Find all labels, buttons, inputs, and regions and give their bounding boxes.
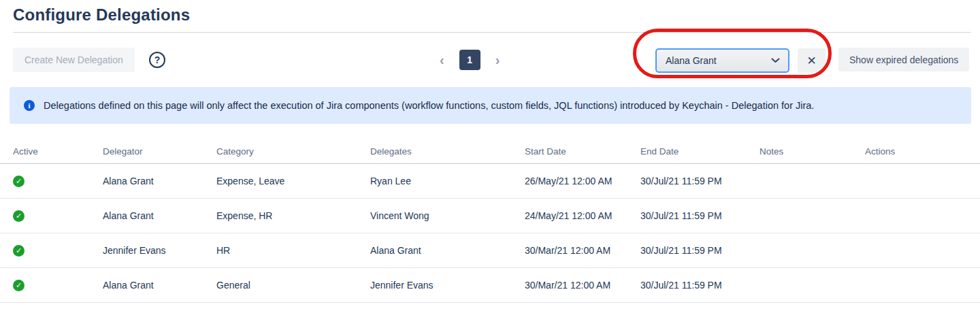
table-row: ✓ Jennifer Evans HR Alana Grant 30/Mar/2… (0, 233, 980, 268)
info-banner: i Delegations defined on this page will … (10, 87, 971, 124)
delegates-cell: Ryan Lee (370, 164, 525, 199)
chevron-down-icon (771, 58, 780, 63)
delegator-cell: Jennifer Evans (103, 233, 216, 268)
next-page-icon[interactable]: › (491, 53, 504, 67)
delegator-filter-select[interactable]: Alana Grant (655, 48, 789, 73)
info-icon-glyph: i (28, 101, 30, 110)
category-cell: Expense, HR (216, 199, 370, 233)
end-date-cell: 30/Jul/21 11:59 PM (640, 164, 760, 199)
info-icon: i (24, 100, 35, 111)
active-check-icon: ✓ (13, 176, 24, 187)
actions-cell (865, 199, 980, 233)
active-check-icon: ✓ (13, 210, 24, 222)
actions-cell (865, 233, 980, 268)
actions-cell (865, 164, 980, 199)
delegates-cell: Jennifer Evans (370, 268, 525, 303)
start-date-cell: 24/May/21 12:00 AM (525, 199, 640, 233)
title-divider (13, 32, 971, 33)
current-page-button[interactable]: 1 (459, 50, 480, 70)
help-icon[interactable]: ? (149, 52, 165, 68)
column-header-start-date: Start Date (525, 140, 640, 164)
help-icon-glyph: ? (154, 54, 161, 65)
start-date-cell: 30/Mar/21 12:00 AM (525, 268, 640, 303)
delegator-filter-value: Alana Grant (666, 55, 717, 66)
notes-cell (760, 164, 865, 199)
pagination: ‹ 1 › (436, 48, 504, 72)
column-header-actions: Actions (865, 140, 980, 164)
end-date-cell: 30/Jul/21 11:59 PM (640, 233, 760, 268)
category-cell: General (216, 268, 370, 303)
column-header-notes: Notes (760, 140, 865, 164)
configure-delegations-page: Configure Delegations Create New Delegat… (0, 0, 980, 311)
end-date-cell: 30/Jul/21 11:59 PM (640, 268, 760, 303)
category-cell: Expense, Leave (216, 164, 370, 199)
column-header-category: Category (216, 140, 370, 164)
delegates-cell: Vincent Wong (370, 199, 525, 233)
delegates-cell: Alana Grant (370, 233, 525, 268)
page-title: Configure Delegations (13, 5, 190, 24)
column-header-end-date: End Date (640, 140, 760, 164)
clear-filter-button[interactable]: ✕ (798, 48, 826, 73)
delegations-table: Active Delegator Category Delegates Star… (0, 140, 980, 303)
notes-cell (760, 233, 865, 268)
active-check-icon: ✓ (13, 245, 24, 257)
table-row: ✓ Alana Grant Expense, Leave Ryan Lee 26… (0, 164, 980, 199)
banner-text: Delegations defined on this page will on… (44, 100, 814, 111)
column-header-delegates: Delegates (370, 140, 525, 164)
start-date-cell: 26/May/21 12:00 AM (525, 164, 640, 199)
delegator-cell: Alana Grant (103, 268, 216, 303)
actions-cell (865, 268, 980, 303)
column-header-active: Active (0, 140, 103, 164)
create-new-delegation-button[interactable]: Create New Delegation (13, 48, 135, 72)
close-icon: ✕ (806, 55, 816, 67)
notes-cell (760, 268, 865, 303)
end-date-cell: 30/Jul/21 11:59 PM (640, 199, 760, 233)
start-date-cell: 30/Mar/21 12:00 AM (525, 233, 640, 268)
table-row: ✓ Alana Grant Expense, HR Vincent Wong 2… (0, 199, 980, 233)
delegator-cell: Alana Grant (103, 164, 216, 199)
show-expired-delegations-button[interactable]: Show expired delegations (838, 48, 969, 71)
table-row: ✓ Alana Grant General Jennifer Evans 30/… (0, 268, 980, 303)
delegator-cell: Alana Grant (103, 199, 216, 233)
notes-cell (760, 199, 865, 233)
column-header-delegator: Delegator (103, 140, 216, 164)
prev-page-icon[interactable]: ‹ (436, 53, 448, 67)
category-cell: HR (216, 233, 370, 268)
table-header-row: Active Delegator Category Delegates Star… (0, 140, 980, 164)
active-check-icon: ✓ (13, 280, 24, 291)
